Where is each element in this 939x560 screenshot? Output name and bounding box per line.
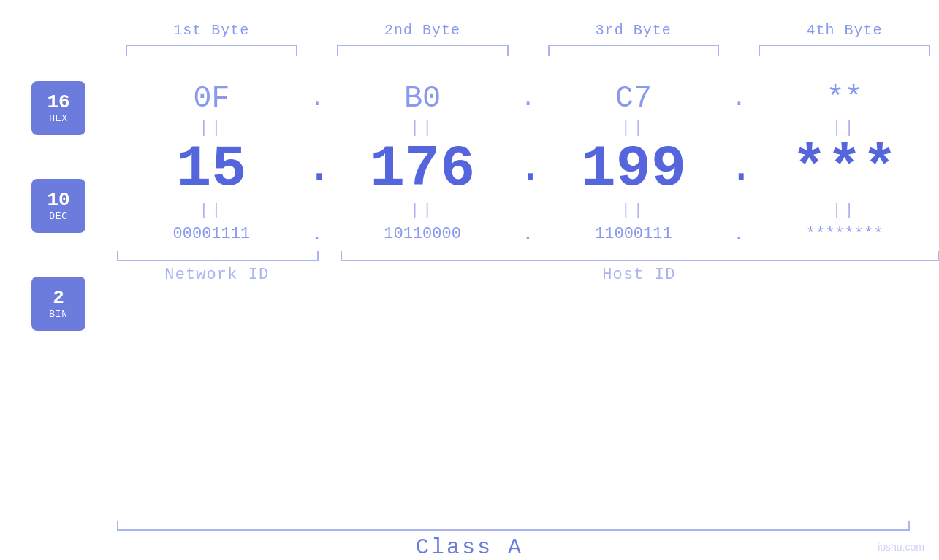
equals-row-2: || || || || <box>117 202 939 220</box>
hex-badge-label: HEX <box>49 113 67 124</box>
eq2-b4: || <box>750 202 939 220</box>
bin-b3: 11000111 <box>595 225 672 243</box>
bin-dot-3: . <box>728 223 750 245</box>
bin-dot-2: . <box>517 223 539 245</box>
bin-b2: 10110000 <box>384 225 461 243</box>
bin-b1: 00001111 <box>173 225 251 243</box>
bin-row: 00001111 . 10110000 . 11000111 . *******… <box>117 223 939 245</box>
bracket-top-2 <box>337 45 509 59</box>
byte3-header: 3rd Byte <box>539 22 729 39</box>
bracket-top-3 <box>548 45 720 59</box>
values-area: 0F . B0 . C7 . ** || || <box>117 74 939 284</box>
hex-b4: ** <box>826 81 862 116</box>
hex-badge-number: 16 <box>47 92 69 113</box>
id-labels: Network ID Host ID <box>117 266 939 284</box>
byte4-header: 4th Byte <box>750 22 939 39</box>
eq1-b3: || <box>539 119 729 137</box>
bottom-brackets-row <box>117 251 939 261</box>
bin-dot-1: . <box>306 223 328 245</box>
hex-badge: 16 HEX <box>31 81 85 135</box>
hex-dot-3: . <box>728 85 750 112</box>
eq2-b3: || <box>539 202 729 220</box>
host-bracket <box>341 251 939 261</box>
bracket-top-4 <box>759 45 930 59</box>
dec-dot-1: . <box>306 143 328 199</box>
watermark: ipshu.com <box>878 541 924 553</box>
host-id-label: Host ID <box>339 266 939 284</box>
dec-b1: 15 <box>176 136 246 202</box>
byte2-header: 2nd Byte <box>328 22 517 39</box>
hex-b3: C7 <box>615 81 652 116</box>
byte1-header: 1st Byte <box>117 22 306 39</box>
base-badges: 16 HEX 10 DEC 2 BIN <box>0 74 117 331</box>
dec-b3: 199 <box>581 136 686 202</box>
dec-badge: 10 DEC <box>31 179 85 233</box>
hex-dot-1: . <box>306 85 328 112</box>
bin-b4: ******** <box>806 225 883 243</box>
main-content: 16 HEX 10 DEC 2 BIN 0F . B0 <box>0 74 939 513</box>
dec-b4: *** <box>792 136 897 202</box>
hex-b2: B0 <box>404 81 441 116</box>
bin-b3-cell: 11000111 <box>539 225 729 243</box>
dec-badge-number: 10 <box>47 190 69 211</box>
dec-dot-2: . <box>517 143 539 199</box>
network-id-label: Network ID <box>117 266 317 284</box>
bin-badge-label: BIN <box>49 309 67 320</box>
class-bracket <box>117 521 910 531</box>
dec-b2-cell: 176 <box>328 140 517 199</box>
dec-b2: 176 <box>370 136 475 202</box>
bin-badge-number: 2 <box>53 288 64 309</box>
top-brackets <box>0 45 939 59</box>
eq2-b2: || <box>328 202 517 220</box>
eq2-b1: || <box>117 202 306 220</box>
dec-dot-3: . <box>728 143 750 199</box>
dec-b3-cell: 199 <box>539 140 729 199</box>
dec-badge-label: DEC <box>49 211 67 222</box>
dec-row: 15 . 176 . 199 . *** <box>117 140 939 199</box>
bin-b4-cell: ******** <box>750 225 939 243</box>
dec-b1-cell: 15 <box>117 140 306 199</box>
bin-b2-cell: 10110000 <box>328 225 517 243</box>
hex-b4-cell: ** <box>750 81 939 116</box>
bin-b1-cell: 00001111 <box>117 225 306 243</box>
eq1-b4: || <box>750 119 939 137</box>
network-bracket <box>117 251 319 261</box>
eq1-b2: || <box>328 119 517 137</box>
eq1-b1: || <box>117 119 306 137</box>
bin-badge: 2 BIN <box>31 277 85 331</box>
hex-b2-cell: B0 <box>328 81 517 116</box>
hex-dot-2: . <box>517 85 539 112</box>
class-label: Class A <box>0 535 939 560</box>
hex-b1-cell: 0F <box>117 81 306 116</box>
byte-headers: 1st Byte 2nd Byte 3rd Byte 4th Byte <box>0 22 939 39</box>
bracket-top-1 <box>126 45 297 59</box>
hex-b1: 0F <box>193 81 229 116</box>
hex-b3-cell: C7 <box>539 81 729 116</box>
hex-row: 0F . B0 . C7 . ** <box>117 81 939 116</box>
dec-b4-cell: *** <box>750 140 939 199</box>
bottom-section: Class A <box>0 521 939 560</box>
page-container: 1st Byte 2nd Byte 3rd Byte 4th Byte 16 H… <box>0 0 939 560</box>
equals-row-1: || || || || <box>117 119 939 137</box>
